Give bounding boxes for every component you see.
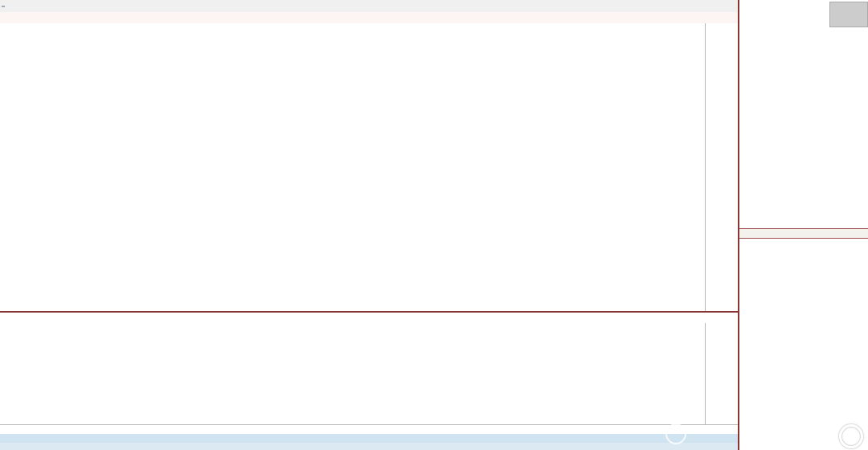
indicator-canvas[interactable] [0,323,706,424]
industry-badge[interactable] [829,2,868,27]
trading-status [739,228,868,239]
indicator-tab-bar [0,434,738,443]
quote-panel [738,0,868,450]
chart-header [0,12,738,24]
tdx-trading-app [0,0,868,450]
main-chart-canvas[interactable] [0,23,706,311]
main-price-chart[interactable] [0,23,738,311]
ai-indicator-panel[interactable] [0,323,738,424]
indicator-axis [705,323,738,424]
period-toolbar [0,0,738,13]
price-axis [705,23,738,311]
menu-grid-icon[interactable] [2,6,5,7]
tick-trade-list [739,260,868,425]
indicator-header [0,313,738,323]
extension-tab-bar [0,443,738,450]
